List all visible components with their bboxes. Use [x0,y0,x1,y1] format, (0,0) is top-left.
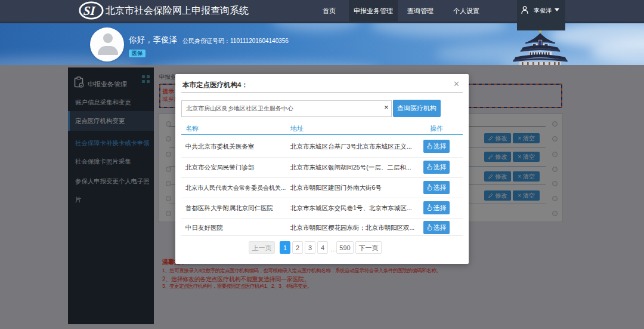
svg-text:SI: SI [83,4,96,18]
